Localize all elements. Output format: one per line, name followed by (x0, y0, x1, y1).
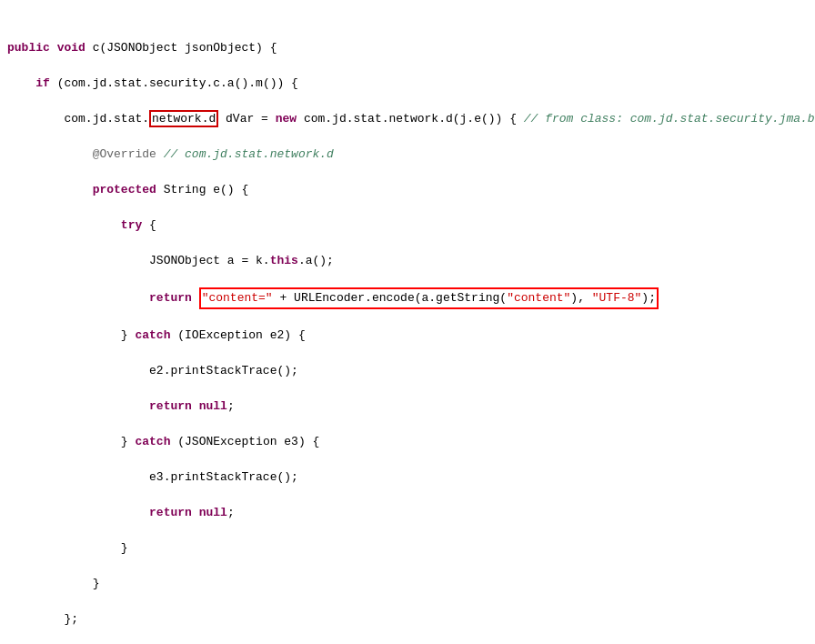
code-line: } (7, 575, 808, 593)
code-line: @Override // com.jd.stat.network.d (7, 146, 808, 164)
code-line: try { (7, 216, 808, 235)
code-line: } catch (IOException e2) { (7, 327, 808, 345)
code-line: return null; (7, 504, 808, 522)
code-line: return null; (7, 397, 808, 416)
code-line: com.jd.stat.network.d dVar = new com.jd.… (7, 110, 808, 128)
code-line: } catch (JSONException e3) { (7, 433, 808, 451)
code-display: public void c(JSONObject jsonObject) { i… (0, 0, 815, 644)
code-line: protected String e() { (7, 181, 808, 199)
code-line: e2.printStackTrace(); (7, 362, 808, 380)
code-line: } (7, 539, 808, 558)
code-line: }; (7, 610, 808, 629)
code-line: return "content=" + URLEncoder.encode(a.… (7, 287, 808, 309)
code-line: JSONObject a = k.this.a(); (7, 252, 808, 270)
code-line: if (com.jd.stat.security.c.a().m()) { (7, 75, 808, 93)
code-line: public void c(JSONObject jsonObject) { (7, 39, 808, 57)
code-line: e3.printStackTrace(); (7, 468, 808, 487)
